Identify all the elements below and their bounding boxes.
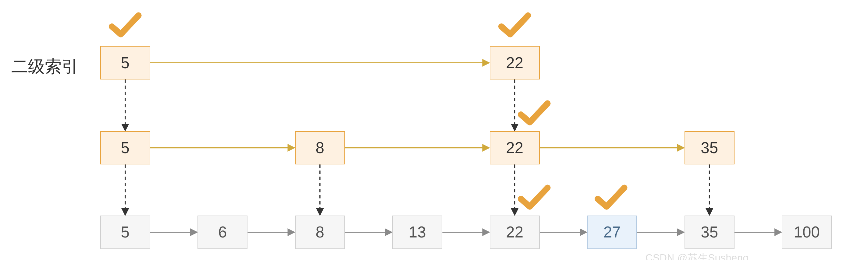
node-22: 22 xyxy=(490,216,540,249)
node-35: 35 xyxy=(684,131,735,164)
node-100: 100 xyxy=(782,216,832,249)
check-icon xyxy=(498,11,531,39)
node-22: 22 xyxy=(490,46,540,79)
node-5: 5 xyxy=(100,46,150,79)
node-27: 27 xyxy=(587,216,637,249)
node-13: 13 xyxy=(392,216,442,249)
diagram-stage: 二级索引 52258223556813222735100 CSDN @苏生Sus… xyxy=(0,0,868,260)
watermark: CSDN @苏生Susheng xyxy=(646,251,749,260)
check-icon xyxy=(518,183,551,211)
node-5: 5 xyxy=(100,216,150,249)
node-5: 5 xyxy=(100,131,150,164)
node-8: 8 xyxy=(295,131,345,164)
node-6: 6 xyxy=(197,216,247,249)
node-35: 35 xyxy=(684,216,735,249)
level-label: 二级索引 xyxy=(11,56,78,78)
check-icon xyxy=(108,11,142,39)
node-22: 22 xyxy=(490,131,540,164)
check-icon xyxy=(594,183,628,211)
node-8: 8 xyxy=(295,216,345,249)
check-icon xyxy=(518,99,551,127)
